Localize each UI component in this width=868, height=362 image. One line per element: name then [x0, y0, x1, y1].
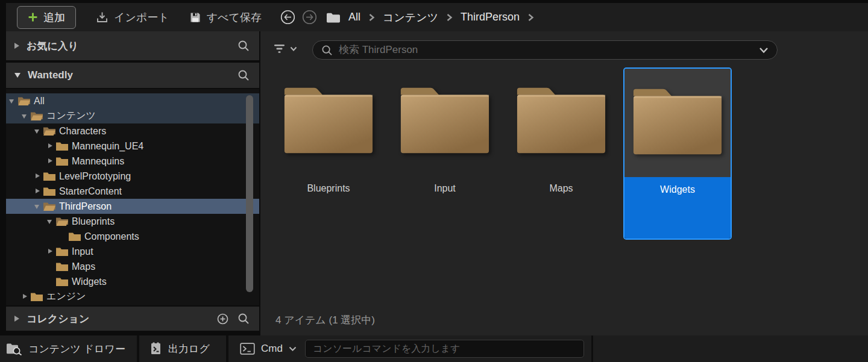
collections-section-header[interactable]: コレクション [6, 305, 259, 331]
tree-expand-arrow-icon[interactable] [34, 123, 43, 139]
tree-row[interactable]: エンジン [6, 289, 259, 304]
cmd-selector[interactable]: Cmd [228, 335, 297, 362]
tree-row[interactable]: StarterContent [6, 184, 259, 199]
save-all-button-label: すべて保存 [207, 10, 262, 25]
tree-row[interactable]: Widgets [6, 274, 259, 289]
tree-indent [6, 266, 46, 267]
tree-expand-arrow-icon[interactable] [46, 244, 56, 259]
tree-scrollbar[interactable] [246, 95, 253, 292]
add-button[interactable]: 追加 [17, 6, 76, 29]
folder-tile[interactable]: Blueprints [274, 67, 383, 240]
filter-button[interactable] [274, 44, 297, 54]
tree-row[interactable]: Mannequins [6, 154, 259, 169]
nav-back-button[interactable] [280, 9, 296, 25]
asset-grid: Blueprints Input Maps Widg [274, 67, 732, 240]
tree-expand-arrow-icon[interactable] [21, 289, 31, 304]
tree-indent [6, 236, 59, 237]
search-icon [321, 45, 333, 56]
console-command-input[interactable] [305, 340, 584, 358]
save-all-button[interactable]: すべて保存 [189, 10, 262, 25]
breadcrumb-item-thirdperson[interactable]: ThirdPerson [461, 11, 520, 23]
folder-thumbnail [624, 69, 731, 177]
tree-expand-arrow-icon[interactable] [34, 199, 43, 214]
search-icon[interactable] [237, 69, 250, 81]
tree-row[interactable]: Characters [6, 123, 259, 139]
content-browser-toolbar: 追加 インポート すべて保存 [6, 3, 868, 31]
folder-tile[interactable]: Input [391, 67, 499, 240]
tree-item-label: All [34, 96, 45, 107]
tree-row[interactable]: ThirdPerson [6, 199, 259, 214]
folder-tile[interactable]: Widgets [623, 67, 732, 240]
asset-search-bar[interactable] [312, 40, 778, 60]
tree-row[interactable]: All [6, 93, 259, 108]
content-drawer-icon [6, 343, 22, 355]
breadcrumb-chevron-icon [446, 13, 453, 22]
plus-icon [28, 12, 38, 22]
breadcrumb-chevron-icon[interactable] [527, 13, 534, 22]
tree-expand-arrow-icon[interactable] [34, 184, 43, 199]
tree-item-label: Mannequins [72, 156, 124, 167]
tree-expand-arrow-icon[interactable] [59, 229, 69, 244]
tree-expand-arrow-icon[interactable] [8, 93, 18, 108]
folder-open-icon [43, 202, 55, 211]
tree-item-label: ThirdPerson [59, 201, 112, 212]
folder-icon [630, 84, 725, 157]
tree-expand-arrow-icon[interactable] [34, 169, 43, 184]
tree-indent [6, 296, 21, 297]
tree-expand-arrow-icon[interactable] [46, 259, 56, 274]
favorites-label: お気に入り [27, 39, 78, 53]
add-collection-icon[interactable] [216, 313, 229, 325]
breadcrumb-item-all[interactable]: All [348, 11, 360, 23]
tree-row[interactable]: Input [6, 244, 259, 259]
console-command-field [305, 340, 584, 358]
tree-item-label: Widgets [72, 276, 107, 287]
expand-arrow-icon[interactable] [14, 73, 20, 78]
breadcrumb-item-content[interactable]: コンテンツ [383, 10, 438, 25]
collapse-arrow-icon[interactable] [14, 43, 19, 49]
tree-item-label: Components [84, 231, 139, 242]
tree-expand-arrow-icon[interactable] [46, 214, 56, 229]
folder-icon [514, 83, 609, 156]
tree-item-label: Maps [72, 261, 95, 272]
chevron-down-icon [289, 346, 297, 352]
collapse-arrow-icon[interactable] [14, 316, 19, 322]
chevron-down-icon[interactable] [759, 47, 769, 54]
asset-search-input[interactable] [339, 44, 759, 56]
search-icon[interactable] [237, 40, 250, 52]
output-log-icon [149, 342, 162, 355]
tree-item-label: Input [72, 246, 93, 257]
folder-icon [56, 157, 68, 166]
nav-forward-button[interactable] [301, 9, 318, 25]
back-arrow-icon [280, 9, 296, 25]
folder-open-icon [43, 126, 55, 136]
breadcrumb-chevron-icon [368, 13, 375, 22]
folder-open-icon [31, 111, 43, 120]
tree-expand-arrow-icon[interactable] [21, 108, 31, 123]
tree-item-label: コンテンツ [46, 110, 96, 122]
sources-sidebar: お気に入り Wantedly All [6, 31, 259, 331]
save-icon [189, 11, 201, 23]
tree-row[interactable]: Mannequin_UE4 [6, 139, 259, 154]
tree-item-label: Characters [59, 126, 106, 137]
output-log-tab[interactable]: 出力ログ [139, 335, 226, 362]
content-drawer-tab[interactable]: コンテンツ ドロワー [0, 335, 137, 362]
tree-expand-arrow-icon[interactable] [46, 154, 56, 169]
asset-view-panel: Blueprints Input Maps Widg [260, 31, 868, 335]
tree-indent [6, 191, 34, 192]
tree-row[interactable]: Maps [6, 259, 259, 274]
content-drawer-label: コンテンツ ドロワー [28, 342, 125, 356]
import-button[interactable]: インポート [96, 10, 169, 25]
tree-row[interactable]: LevelPrototyping [6, 169, 259, 184]
forward-arrow-icon [301, 9, 318, 25]
folder-tile[interactable]: Maps [507, 67, 615, 240]
editor-status-bar: コンテンツ ドロワー 出力ログ Cmd [0, 335, 868, 362]
folder-tile-label: Maps [507, 176, 615, 240]
search-icon[interactable] [237, 313, 250, 325]
tree-expand-arrow-icon[interactable] [46, 139, 56, 154]
favorites-section-header[interactable]: お気に入り [6, 31, 259, 63]
tree-row[interactable]: コンテンツ [6, 108, 259, 123]
tree-row[interactable]: Components [6, 229, 259, 244]
project-section-header[interactable]: Wantedly [6, 63, 259, 89]
tree-expand-arrow-icon[interactable] [46, 274, 56, 289]
tree-row[interactable]: Blueprints [6, 214, 259, 229]
